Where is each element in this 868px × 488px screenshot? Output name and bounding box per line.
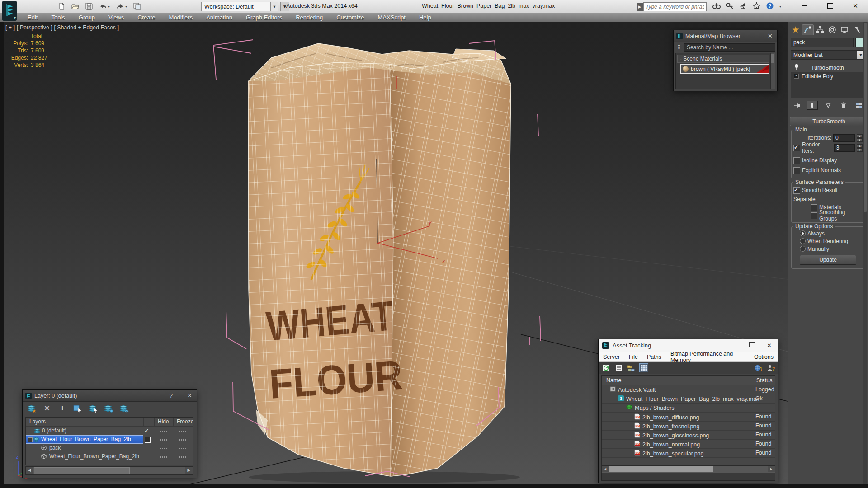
layer-hscrollbar[interactable]: ◄ ► bbox=[25, 466, 193, 475]
maximize-button[interactable] bbox=[817, 0, 843, 12]
scroll-thumb[interactable] bbox=[609, 466, 713, 472]
hide-toggle[interactable] bbox=[160, 431, 167, 432]
redo-button[interactable]: ▾ bbox=[116, 3, 127, 10]
select-layer-button[interactable] bbox=[88, 404, 99, 413]
update-mode-manually[interactable]: Manually bbox=[800, 245, 863, 253]
render-iters-checkbox[interactable] bbox=[793, 145, 800, 151]
current-layer-check-icon[interactable]: ✓ bbox=[144, 427, 149, 434]
search-history-icon[interactable]: ▶ bbox=[637, 3, 643, 11]
table-view-icon[interactable] bbox=[639, 363, 648, 372]
communication-center-icon[interactable] bbox=[739, 2, 747, 11]
add-to-layer-button[interactable]: + bbox=[57, 404, 68, 413]
smooth-result-checkbox[interactable] bbox=[793, 187, 800, 194]
material-list-scrollbar[interactable] bbox=[770, 53, 775, 89]
asset-row-2lb-brown-glossiness-png[interactable]: PNG2lb_brown_glossiness.pngFound bbox=[602, 431, 775, 440]
asset-menu-paths[interactable]: Paths bbox=[647, 354, 661, 360]
browser-options-icon[interactable]: ▼▼ bbox=[675, 45, 683, 50]
layer-close-icon[interactable]: ✕ bbox=[185, 392, 194, 399]
lightbulb-icon[interactable] bbox=[794, 64, 799, 71]
asset-menu-bitmap-performance-and-memory[interactable]: Bitmap Performance and Memory bbox=[670, 351, 745, 363]
workspace-combobox[interactable]: Workspace: Default bbox=[201, 2, 275, 11]
modify-tab-icon[interactable] bbox=[802, 24, 814, 35]
make-unique-button[interactable] bbox=[823, 101, 834, 110]
render-iters-value[interactable]: 3 bbox=[834, 144, 855, 152]
freeze-toggle[interactable] bbox=[179, 448, 186, 449]
layer-row-0-default-[interactable]: 0 (default)✓ bbox=[26, 427, 193, 435]
favorites-star-icon[interactable] bbox=[753, 2, 760, 11]
sign-in-key-icon[interactable] bbox=[726, 2, 734, 11]
menu-graph-editors[interactable]: Graph Editors bbox=[240, 14, 288, 21]
open-file-button[interactable] bbox=[71, 3, 79, 10]
explicit-normals-checkbox[interactable] bbox=[793, 167, 800, 174]
search-communities-icon[interactable] bbox=[712, 2, 721, 11]
application-menu-button[interactable]: ▾ bbox=[2, 1, 17, 21]
layer-help-icon[interactable]: ? bbox=[168, 392, 175, 399]
scroll-left-icon[interactable]: ◄ bbox=[602, 466, 609, 472]
help-dropdown-icon[interactable]: ▾ bbox=[779, 5, 781, 9]
hide-toggle[interactable] bbox=[160, 456, 167, 458]
redo-dropdown-icon[interactable]: ▾ bbox=[125, 5, 127, 9]
refresh-icon[interactable] bbox=[601, 363, 610, 372]
menu-rendering[interactable]: Rendering bbox=[290, 14, 329, 21]
create-new-layer-button[interactable] bbox=[26, 404, 37, 413]
configure-modifier-sets-button[interactable] bbox=[854, 101, 864, 110]
asset-menu-server[interactable]: Server bbox=[603, 354, 620, 360]
hierarchy-tab-icon[interactable] bbox=[814, 24, 826, 35]
menu-group[interactable]: Group bbox=[73, 14, 101, 21]
save-file-button[interactable] bbox=[85, 3, 93, 10]
modifier-stack-item-turbosmooth[interactable]: TurboSmooth bbox=[791, 63, 865, 72]
asset-row-maps-shaders[interactable]: Maps / Shaders bbox=[602, 404, 775, 413]
modifier-stack[interactable]: TurboSmooth+Editable Poly bbox=[791, 63, 865, 98]
help-search-input[interactable] bbox=[644, 3, 706, 11]
iterations-spinner[interactable]: ▲▼ bbox=[857, 134, 863, 142]
material-browser-titlebar[interactable]: Material/Map Browser ✕ bbox=[674, 30, 777, 42]
undo-button[interactable]: ▾ bbox=[99, 3, 110, 10]
layer-checkbox[interactable] bbox=[145, 437, 151, 443]
expand-icon[interactable]: - bbox=[28, 437, 33, 442]
material-search-field[interactable]: Search by Name ... bbox=[684, 43, 775, 52]
modifier-stack-item-editable-poly[interactable]: +Editable Poly bbox=[791, 72, 865, 80]
asset-row-2lb-brown-normal-png[interactable]: PNG2lb_brown_normal.pngFound bbox=[602, 440, 775, 449]
modifier-list-dropdown[interactable]: Modifier List ▼ bbox=[791, 50, 865, 60]
project-folder-button[interactable] bbox=[133, 3, 141, 10]
web-help-icon[interactable]: ? bbox=[754, 363, 763, 372]
iterations-value[interactable]: 0 bbox=[833, 134, 855, 142]
undo-dropdown-icon[interactable]: ▾ bbox=[108, 5, 110, 9]
asset-row-2lb-brown-diffuse-png[interactable]: PNG2lb_brown_diffuse.pngFound bbox=[602, 413, 775, 422]
menu-customize[interactable]: Customize bbox=[330, 14, 370, 21]
new-file-button[interactable] bbox=[58, 3, 65, 10]
radio-icon[interactable] bbox=[800, 238, 806, 244]
asset-row-autodesk-vault[interactable]: Autodesk VaultLogged O bbox=[602, 385, 775, 394]
asset-row-wheat-flour-brown-paper-bag-2lb-max-vray-max[interactable]: 3Wheat_Flour_Brown_Paper_Bag_2lb_max_vra… bbox=[602, 394, 775, 404]
layer-dialog-titlebar[interactable]: Layer: 0 (default) ? ✕ bbox=[23, 390, 197, 402]
display-tab-icon[interactable] bbox=[839, 24, 850, 35]
viewport-label[interactable]: [ + ] [ Perspective ] [ Shaded + Edged F… bbox=[5, 24, 119, 31]
asset-row-2lb-brown-fresnel-png[interactable]: PNG2lb_brown_fresnel.pngFound bbox=[602, 422, 775, 431]
menu-create[interactable]: Create bbox=[132, 14, 161, 21]
scroll-right-icon[interactable]: ► bbox=[185, 467, 193, 474]
list-view-icon[interactable] bbox=[614, 363, 623, 372]
panel-scrollbar[interactable] bbox=[863, 22, 867, 484]
motion-tab-icon[interactable] bbox=[826, 24, 838, 35]
isoline-display-checkbox[interactable] bbox=[793, 157, 800, 164]
layer-row-wheat-flour-brown-paper-bag-2lb[interactable]: -Wheat_Flour_Brown_Paper_Bag_2lb bbox=[26, 435, 193, 444]
menu-maxscript[interactable]: MAXScript bbox=[372, 14, 411, 21]
update-mode-when-rendering[interactable]: When Rendering bbox=[800, 237, 863, 245]
layer-row-pack[interactable]: pack bbox=[26, 444, 193, 452]
vault-help-icon[interactable]: ? bbox=[766, 363, 775, 372]
radio-icon[interactable] bbox=[800, 230, 806, 236]
remove-modifier-button[interactable] bbox=[838, 101, 849, 110]
menu-animation[interactable]: Animation bbox=[200, 14, 238, 21]
update-button[interactable]: Update bbox=[800, 255, 856, 265]
asset-maximize-icon[interactable] bbox=[749, 342, 755, 349]
create-tab-icon[interactable] bbox=[790, 24, 802, 35]
turbosmooth-rollout-header[interactable]: -TurboSmooth bbox=[790, 117, 866, 126]
materials-checkbox[interactable] bbox=[811, 204, 817, 211]
utilities-tab-icon[interactable] bbox=[851, 24, 863, 35]
asset-menu-options[interactable]: Options bbox=[754, 354, 774, 360]
hide-toggle[interactable] bbox=[160, 439, 167, 441]
menu-edit[interactable]: Edit bbox=[22, 14, 43, 21]
freeze-toggle[interactable] bbox=[179, 456, 186, 458]
select-objects-button[interactable] bbox=[72, 404, 83, 413]
pin-stack-button[interactable] bbox=[792, 101, 802, 110]
